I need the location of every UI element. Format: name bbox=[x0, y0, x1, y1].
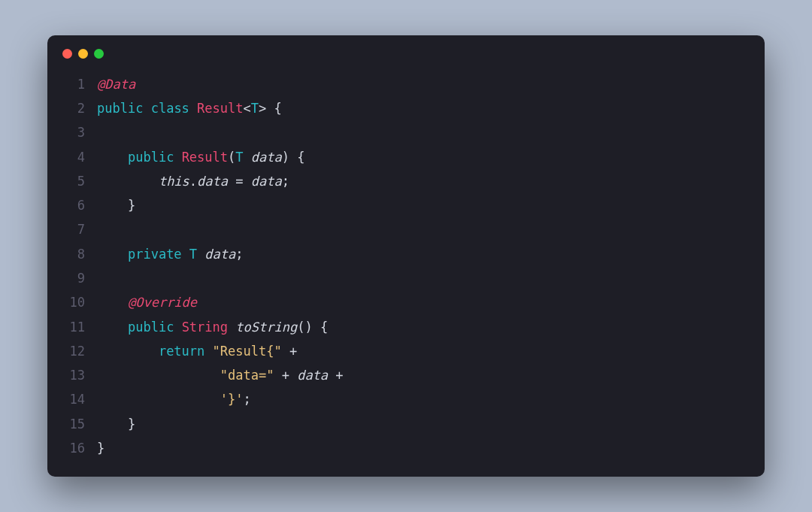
line-number: 15 bbox=[62, 412, 85, 436]
line-number: 1 bbox=[62, 72, 85, 96]
code-line: 7 bbox=[62, 217, 750, 241]
token: data bbox=[205, 247, 235, 262]
line-number: 3 bbox=[62, 120, 85, 144]
token: String bbox=[182, 320, 228, 335]
token: data bbox=[251, 150, 282, 165]
token bbox=[97, 344, 159, 359]
token: '}' bbox=[220, 392, 244, 407]
token: ; bbox=[235, 247, 243, 262]
token bbox=[97, 392, 220, 407]
token: T bbox=[189, 247, 197, 262]
line-number: 5 bbox=[62, 169, 85, 193]
maximize-icon[interactable] bbox=[94, 49, 104, 59]
code-line: 1@Data bbox=[62, 72, 750, 96]
token: Result bbox=[182, 150, 228, 165]
token: Result bbox=[197, 101, 243, 116]
line-number: 10 bbox=[62, 290, 85, 314]
line-number: 8 bbox=[62, 242, 85, 266]
code-line: 11 public String toString() { bbox=[62, 315, 750, 339]
code-content bbox=[97, 266, 105, 290]
code-content: @Data bbox=[97, 72, 135, 96]
code-content bbox=[97, 120, 105, 144]
code-line: 16} bbox=[62, 436, 750, 460]
line-number: 2 bbox=[62, 96, 85, 120]
token: } bbox=[128, 417, 135, 432]
code-line: 5 this.data = data; bbox=[62, 169, 750, 193]
code-content: private T data; bbox=[97, 242, 244, 266]
close-icon[interactable] bbox=[62, 49, 72, 59]
line-number: 6 bbox=[62, 193, 85, 217]
token: ; bbox=[243, 392, 250, 407]
token: > { bbox=[259, 101, 282, 116]
code-content: } bbox=[97, 412, 135, 436]
token: private bbox=[128, 247, 182, 262]
token: data bbox=[197, 174, 228, 189]
code-line: 10 @Override bbox=[62, 290, 750, 314]
token: "data=" bbox=[220, 368, 274, 383]
line-number: 11 bbox=[62, 315, 85, 339]
line-number: 14 bbox=[62, 387, 85, 411]
token: data bbox=[251, 174, 282, 189]
code-content: "data=" + data + bbox=[97, 363, 351, 387]
token bbox=[143, 101, 150, 116]
code-line: 8 private T data; bbox=[62, 242, 750, 266]
token bbox=[228, 320, 235, 335]
token: ; bbox=[282, 174, 289, 189]
code-line: 2public class Result<T> { bbox=[62, 96, 750, 120]
token bbox=[205, 344, 212, 359]
token: "Result{" bbox=[213, 344, 282, 359]
token bbox=[97, 368, 220, 383]
token: @Data bbox=[97, 77, 135, 92]
code-content: } bbox=[97, 193, 135, 217]
token: public bbox=[97, 101, 143, 116]
code-content: '}'; bbox=[97, 387, 251, 411]
token: + bbox=[328, 368, 351, 383]
code-line: 3 bbox=[62, 120, 750, 144]
code-line: 4 public Result(T data) { bbox=[62, 145, 750, 169]
token bbox=[97, 320, 128, 335]
code-line: 12 return "Result{" + bbox=[62, 339, 750, 363]
token bbox=[244, 150, 251, 165]
token: public bbox=[128, 150, 174, 165]
token bbox=[97, 174, 159, 189]
token bbox=[189, 101, 197, 116]
token: this bbox=[159, 174, 189, 189]
code-line: 13 "data=" + data + bbox=[62, 363, 750, 387]
token: T bbox=[235, 150, 243, 165]
titlebar bbox=[47, 35, 765, 59]
code-content: public Result(T data) { bbox=[97, 145, 304, 169]
token bbox=[97, 150, 128, 165]
code-content: } bbox=[97, 436, 105, 460]
code-line: 9 bbox=[62, 266, 750, 290]
token: return bbox=[159, 344, 205, 359]
code-content: public class Result<T> { bbox=[97, 96, 282, 120]
code-line: 6 } bbox=[62, 193, 750, 217]
code-line: 15 } bbox=[62, 412, 750, 436]
token: toString bbox=[235, 320, 297, 335]
token bbox=[197, 247, 205, 262]
code-editor[interactable]: 1@Data2public class Result<T> {3 4 publi… bbox=[47, 59, 765, 477]
code-content: public String toString() { bbox=[97, 315, 328, 339]
token bbox=[174, 320, 181, 335]
token: ) { bbox=[282, 150, 305, 165]
code-window: 1@Data2public class Result<T> {3 4 publi… bbox=[47, 35, 765, 477]
token: () { bbox=[297, 320, 328, 335]
token: + bbox=[274, 368, 297, 383]
token: T bbox=[251, 101, 259, 116]
line-number: 9 bbox=[62, 266, 85, 290]
token: class bbox=[151, 101, 189, 116]
code-line: 14 '}'; bbox=[62, 387, 750, 411]
token bbox=[97, 198, 128, 213]
token bbox=[97, 247, 128, 262]
token: + bbox=[282, 344, 305, 359]
line-number: 7 bbox=[62, 217, 85, 241]
line-number: 13 bbox=[62, 363, 85, 387]
token bbox=[97, 295, 128, 310]
minimize-icon[interactable] bbox=[78, 49, 88, 59]
token: . bbox=[189, 174, 197, 189]
token: = bbox=[228, 174, 251, 189]
code-content: return "Result{" + bbox=[97, 339, 304, 363]
code-content: this.data = data; bbox=[97, 169, 289, 193]
line-number: 4 bbox=[62, 145, 85, 169]
token: ( bbox=[228, 150, 235, 165]
